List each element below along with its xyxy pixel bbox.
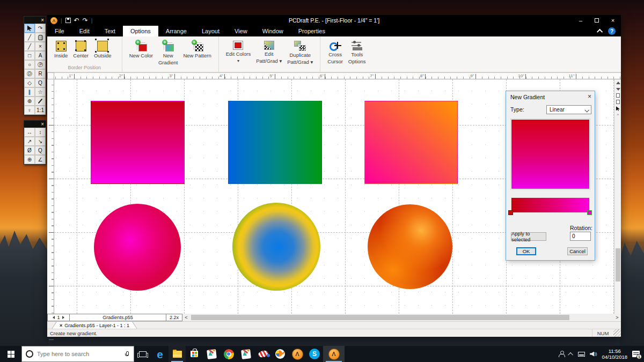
cancel-button[interactable]: Cancel <box>567 247 588 255</box>
chrome-button[interactable] <box>220 346 237 362</box>
tool-text[interactable]: A <box>35 51 46 60</box>
tool-polygon-p[interactable]: Ⓟ <box>35 60 46 69</box>
close-icon[interactable]: × <box>41 18 44 23</box>
menu-properties[interactable]: Properties <box>291 26 333 36</box>
palette-titlebar[interactable]: × <box>24 17 46 24</box>
menu-arrange[interactable]: Arrange <box>158 26 194 36</box>
task-view-button[interactable] <box>134 346 151 362</box>
save-icon[interactable] <box>65 18 71 23</box>
cross-cursor-button[interactable]: Cross Cursor <box>325 40 346 65</box>
scroll-left-icon[interactable]: < <box>182 314 190 321</box>
close-icon[interactable]: × <box>41 122 44 127</box>
menu-edit[interactable]: Edit <box>72 26 97 36</box>
collapse-ribbon-icon[interactable] <box>597 29 603 35</box>
tool-line[interactable]: ╱ <box>24 42 35 51</box>
start-button[interactable] <box>0 346 21 362</box>
new-pattern-button[interactable]: + New Pattern <box>180 40 214 60</box>
horizontal-scroll-thumb[interactable] <box>191 315 569 320</box>
close-button[interactable]: × <box>605 15 621 26</box>
tools-options-button[interactable]: Tools Options <box>346 40 369 65</box>
tool-parallel-lines[interactable]: ∥ <box>24 87 35 97</box>
menu-view[interactable]: View <box>227 26 255 36</box>
horizontal-scroll-track[interactable] <box>190 314 613 321</box>
shape-rect-red-magenta[interactable] <box>91 101 185 184</box>
tool-ellipse[interactable]: ○ <box>24 60 35 69</box>
document-name-box[interactable]: Gradients.p55 <box>70 314 166 321</box>
menu-layout[interactable]: Layout <box>194 26 227 36</box>
shape-rect-magenta-orange[interactable] <box>364 101 458 184</box>
tool-dim-radius[interactable]: Q <box>35 146 46 155</box>
pointer-icon[interactable] <box>614 105 621 112</box>
tool-arc-r[interactable]: R <box>35 69 46 78</box>
search-input[interactable] <box>37 351 121 357</box>
document-tab-inner[interactable]: × Gradients.p55 - Layer-1 - 1 : 1 <box>52 322 137 329</box>
scroll-up-icon[interactable] <box>614 79 621 86</box>
help-icon[interactable]: ? <box>608 27 616 35</box>
minimize-button[interactable]: – <box>573 15 589 26</box>
shape-circle-blue-yellow-green[interactable] <box>232 203 320 291</box>
file-explorer-button[interactable] <box>169 346 186 362</box>
app-icon[interactable] <box>50 17 57 24</box>
edge-button[interactable]: e <box>151 346 169 362</box>
tool-star[interactable]: ☆ <box>35 87 46 97</box>
tool-eyedropper[interactable] <box>35 97 46 106</box>
tool-dim-diagonal-2[interactable]: ↘ <box>35 137 46 146</box>
new-color-button[interactable]: + New Color <box>127 40 156 60</box>
outside-button[interactable]: Outside <box>91 40 114 60</box>
action-center-icon[interactable]: 1 <box>632 351 640 357</box>
tool-dim-horizontal[interactable]: ↔ <box>24 128 35 137</box>
paint-app-button[interactable] <box>272 346 289 362</box>
menu-window[interactable]: Window <box>255 26 291 36</box>
scroll-down-icon[interactable] <box>614 86 621 92</box>
tool-symbol[interactable]: ⊕ <box>24 97 35 106</box>
tool-lasso[interactable]: Q <box>35 78 46 87</box>
tool-freeform[interactable]: ◇ <box>24 78 35 87</box>
gradient-stop-start[interactable] <box>508 210 513 215</box>
tool-divide[interactable]: × <box>35 42 46 51</box>
tool-rotate[interactable]: ↷ <box>35 24 46 33</box>
tool-dim-diagonal-1[interactable]: ↗ <box>24 137 35 146</box>
shape-circle-orange-sphere[interactable] <box>368 204 452 289</box>
edit-pattgrad-button[interactable]: Edit Patt/Grad ▾ <box>253 40 284 65</box>
next-page-icon[interactable] <box>62 316 64 319</box>
skype-button[interactable]: S <box>306 346 323 362</box>
pcdraft-active-button[interactable]: Λ <box>323 346 345 362</box>
close-tab-icon[interactable]: × <box>60 323 62 328</box>
gradient-stop-bar[interactable] <box>511 197 590 213</box>
page-up-icon[interactable] <box>614 92 621 99</box>
shape-rect-blue-green[interactable] <box>228 101 322 184</box>
scroll-right-icon[interactable]: > <box>613 314 621 321</box>
vertical-scrollbar[interactable]: ^ <box>614 79 621 314</box>
undo-icon[interactable]: ↶ <box>74 17 79 24</box>
close-icon[interactable]: × <box>588 93 591 100</box>
tool-select[interactable] <box>24 24 35 33</box>
vertical-scroll-thumb[interactable] <box>616 248 620 282</box>
tool-scale-1-1[interactable]: 1:1 <box>35 106 46 115</box>
taskbar-search[interactable] <box>21 346 134 362</box>
pcdraft-button[interactable]: Λ <box>289 346 306 362</box>
tool-dim-center[interactable]: ⊕ <box>24 155 35 164</box>
document-tab[interactable]: × Gradients.p55 - Layer-1 - 1 : 1 <box>52 322 137 329</box>
tool-reshape[interactable]: ╱ <box>24 33 35 42</box>
menu-text[interactable]: Text <box>97 26 123 36</box>
apply-to-selected-button[interactable]: Apply to selected <box>511 232 546 241</box>
zoom-level-box[interactable]: 2.2x <box>166 314 182 321</box>
rotation-input[interactable] <box>570 232 591 241</box>
network-icon[interactable] <box>578 352 585 357</box>
menu-file[interactable]: File <box>47 26 72 36</box>
palette-titlebar[interactable]: × <box>24 121 46 128</box>
draw-app-button-1[interactable] <box>203 346 220 362</box>
tool-circle-d[interactable]: Ⓓ <box>24 69 35 78</box>
gradient-stop-end[interactable] <box>587 210 592 215</box>
microphone-icon[interactable] <box>125 351 129 357</box>
new-gradient-button[interactable]: + New Gradient <box>156 40 180 67</box>
collapse-icon[interactable]: ^ <box>614 112 621 118</box>
volume-icon[interactable]: )) <box>590 352 597 357</box>
ok-button[interactable]: OK <box>516 247 536 255</box>
clock[interactable]: 11:56 04/10/2018 <box>602 348 627 360</box>
store-button[interactable] <box>186 346 203 362</box>
tool-dim-angle[interactable]: ∠ <box>35 155 46 164</box>
draw-app-button-2[interactable] <box>237 346 254 362</box>
tool-dim-diameter[interactable]: Ø <box>24 146 35 155</box>
people-icon[interactable] <box>558 351 565 357</box>
